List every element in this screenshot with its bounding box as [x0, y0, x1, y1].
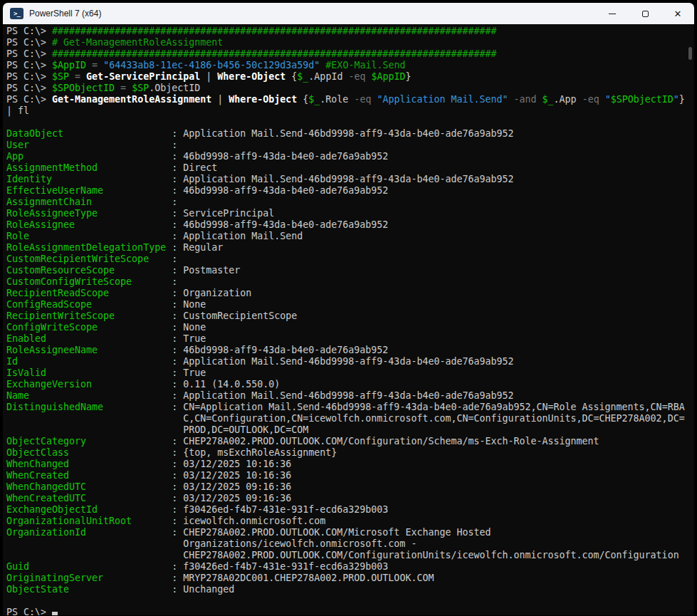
terminal-line: PS C:\> $AppID = "64433ab8-11ec-4186-b45…: [6, 60, 694, 71]
terminal-line: App : 46bd9998-aff9-43da-b4e0-ade76a9ab9…: [6, 151, 694, 162]
terminal-line: RoleAssigneeType : ServicePrincipal: [6, 208, 694, 219]
close-icon: ✕: [674, 9, 682, 19]
terminal-line: RecipientReadScope : Organization: [6, 288, 694, 299]
terminal-line: ExchangeObjectId : f30426ed-f4b7-431e-93…: [6, 504, 694, 516]
terminal-line: PS C:\>: [6, 607, 694, 615]
terminal-line: WhenChanged : 03/12/2025 10:16:36: [6, 459, 694, 470]
terminal-line: Id : Application Mail.Send-46bd9998-aff9…: [6, 356, 694, 367]
terminal-line: ExchangeVersion : 0.11 (14.0.550.0): [6, 379, 694, 390]
powershell-icon: >_: [10, 8, 23, 19]
terminal-line: Role : Application Mail.Send: [6, 231, 694, 242]
terminal-line: PS C:\> $SPObjectID = $SP.ObjectID: [6, 83, 694, 94]
minimize-icon: [609, 14, 616, 14]
terminal-line: WhenCreatedUTC : 03/12/2025 09:16:36: [6, 493, 694, 504]
terminal-line: [6, 595, 694, 607]
terminal-line: Organizations/icewolfch.onmicrosoft.com …: [6, 538, 694, 550]
close-button[interactable]: ✕: [661, 3, 694, 24]
scrollbar-thumb[interactable]: [688, 47, 692, 60]
terminal-line: PS C:\> $SP = Get-ServicePrincipal | Whe…: [6, 71, 694, 83]
terminal-line: | fl: [6, 105, 694, 117]
terminal-line: Identity : Application Mail.Send-46bd999…: [6, 174, 694, 185]
terminal-line: OriginatingServer : MRYP278A02DC001.CHEP…: [6, 573, 694, 584]
terminal-line: PS C:\> ################################…: [6, 26, 694, 37]
terminal-line: WhenChangedUTC : 03/12/2025 09:16:36: [6, 481, 694, 493]
terminal-line: ObjectCategory : CHEP278A002.PROD.OUTLOO…: [6, 436, 694, 447]
terminal-line: ObjectState : Unchanged: [6, 584, 694, 595]
terminal-content[interactable]: PS C:\> ################################…: [3, 24, 694, 615]
terminal-line: Name : Application Mail.Send-46bd9998-af…: [6, 390, 694, 402]
terminal-line: ConfigWriteScope : None: [6, 322, 694, 333]
terminal-line: PS C:\> # Get-ManagementRoleAssignment: [6, 37, 694, 48]
terminal-line: RecipientWriteScope : CustomRecipientSco…: [6, 310, 694, 322]
terminal-line: Enabled : True: [6, 333, 694, 345]
terminal-line: Guid : f30426ed-f4b7-431e-931f-ecd6a329b…: [6, 561, 694, 573]
terminal-line: ConfigReadScope : None: [6, 299, 694, 310]
terminal-line: [6, 117, 694, 128]
terminal-line: OrganizationId : CHEP278A002.PROD.OUTLOO…: [6, 527, 694, 538]
terminal-cursor: [52, 612, 58, 615]
terminal-line: DistinguishedName : CN=Application Mail.…: [6, 402, 694, 413]
terminal-line: PROD,DC=OUTLOOK,DC=COM: [6, 424, 694, 436]
terminal-line: CHEP278A002.PROD.OUTLOOK.COM/Configurati…: [6, 550, 694, 561]
terminal-line: RoleAssignee : 46bd9998-aff9-43da-b4e0-a…: [6, 219, 694, 231]
minimize-button[interactable]: [596, 3, 629, 24]
terminal-line: C,CN=Configuration,CN=icewolfch.onmicros…: [6, 413, 694, 424]
terminal-line: ObjectClass : {top, msExchRoleAssignment…: [6, 447, 694, 459]
maximize-button[interactable]: [629, 3, 661, 24]
terminal-line: User :: [6, 140, 694, 151]
terminal-line: RoleAssignmentDelegationType : Regular: [6, 242, 694, 254]
maximize-icon: [642, 11, 649, 17]
title-bar[interactable]: >_ PowerShell 7 (x64) ✕: [3, 3, 694, 24]
terminal-line: PS C:\> Get-ManagementRoleAssignment | W…: [6, 94, 694, 105]
terminal-line: RoleAssigneeName : 46bd9998-aff9-43da-b4…: [6, 345, 694, 356]
window-title: PowerShell 7 (x64): [29, 9, 101, 19]
powershell-window: >_ PowerShell 7 (x64) ✕ PS C:\> ########…: [2, 2, 695, 616]
terminal-line: EffectiveUserName : 46bd9998-aff9-43da-b…: [6, 185, 694, 197]
terminal-line: WhenCreated : 03/12/2025 10:16:36: [6, 470, 694, 481]
terminal-line: CustomConfigWriteScope :: [6, 276, 694, 288]
terminal-line: PS C:\> ################################…: [6, 48, 694, 60]
terminal-line: AssignmentChain :: [6, 197, 694, 208]
terminal-line: AssignmentMethod : Direct: [6, 162, 694, 174]
terminal-line: CustomResourceScope : Postmaster: [6, 265, 694, 276]
scrollbar[interactable]: [686, 26, 694, 615]
terminal-line: OrganizationalUnitRoot : icewolfch.onmic…: [6, 516, 694, 527]
terminal-line: CustomRecipientWriteScope :: [6, 254, 694, 265]
terminal-line: IsValid : True: [6, 367, 694, 379]
terminal-line: DataObject : Application Mail.Send-46bd9…: [6, 128, 694, 140]
